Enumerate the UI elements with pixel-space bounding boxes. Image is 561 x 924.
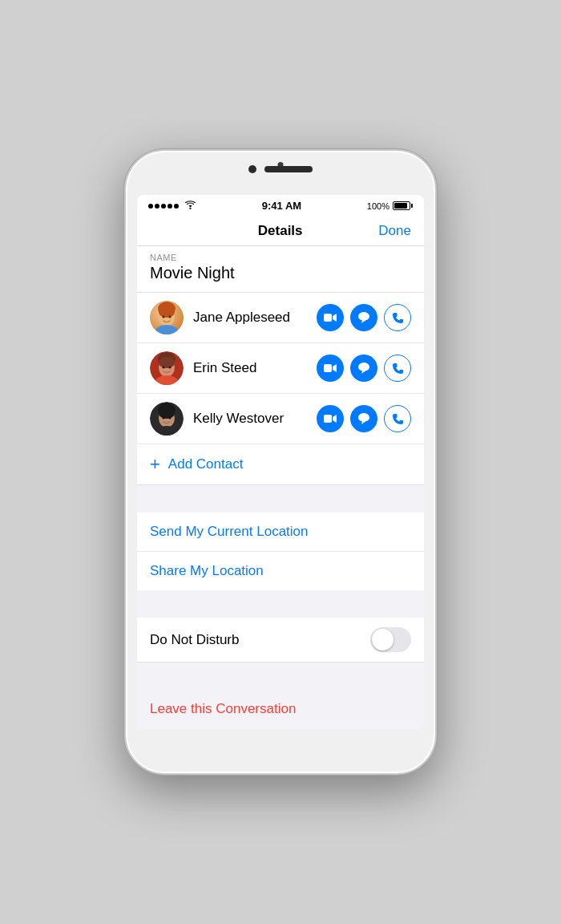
message-erin[interactable] [350,355,377,382]
name-section: NAME Movie Night [137,246,424,293]
svg-rect-24 [324,415,332,423]
leave-conversation-text: Leave this Conversation [150,701,296,716]
wifi-icon [184,201,196,212]
signal-dot-1 [148,204,153,209]
share-my-location-row[interactable]: Share My Location [137,552,424,590]
contact-name-jane: Jane Appleseed [193,310,317,326]
video-call-kelly[interactable] [317,405,344,432]
battery-icon [393,201,413,210]
svg-point-22 [163,417,165,419]
nav-title: Details [258,223,303,239]
video-call-jane[interactable] [317,304,344,331]
contact-actions-kelly [317,405,411,432]
contact-row-jane: Jane Appleseed [137,293,424,343]
signal-dot-5 [174,204,179,209]
add-contact-label: Add Contact [168,456,244,472]
add-contact-row[interactable]: + Add Contact [137,444,424,485]
toggle-knob [372,629,394,650]
name-label: NAME [150,253,411,262]
signal-dot-3 [161,204,166,209]
status-right: 100% [367,201,413,211]
volume-down-button[interactable] [124,315,126,347]
phone-erin[interactable] [384,355,411,382]
speaker [264,166,313,172]
power-button[interactable] [435,291,437,347]
location-section: Send My Current Location Share My Locati… [137,513,424,590]
phone-jane[interactable] [384,304,411,331]
done-button[interactable]: Done [378,223,411,239]
screen: 9:41 AM 100% Details Done NAME M [137,195,424,729]
status-left [148,201,196,212]
avatar-erin [150,351,184,385]
name-value: Movie Night [150,264,411,282]
svg-rect-8 [324,314,332,322]
dnd-toggle[interactable] [370,627,411,652]
share-my-location-text: Share My Location [150,563,264,578]
svg-point-6 [163,316,165,318]
send-current-location-row[interactable]: Send My Current Location [137,513,424,552]
section-spacer-1 [137,485,424,513]
contact-row-kelly: Kelly Westover [137,394,424,444]
dnd-label: Do Not Disturb [150,632,239,648]
leave-conversation-section[interactable]: Leave this Conversation [137,690,424,728]
signal-dot-4 [167,204,172,209]
contacts-section: Jane Appleseed [137,293,424,485]
video-call-erin[interactable] [317,355,344,382]
message-kelly[interactable] [350,405,377,432]
avatar-jane [150,301,184,334]
signal-dots [148,204,179,209]
camera [248,165,256,173]
message-jane[interactable] [350,304,377,331]
signal-dot-2 [155,204,159,209]
svg-point-23 [169,417,172,419]
status-time: 9:41 AM [262,200,301,212]
volume-up-button[interactable] [124,271,126,303]
dnd-section: Do Not Disturb [137,618,424,663]
contact-row-erin: Erin Steed [137,343,424,394]
phone-top-bar [248,165,313,173]
contact-name-kelly: Kelly Westover [193,411,317,427]
svg-point-7 [169,316,172,318]
phone-frame: 9:41 AM 100% Details Done NAME M [124,149,437,775]
main-content: NAME Movie Night [137,246,424,729]
contact-name-erin: Erin Steed [193,360,317,376]
send-current-location-text: Send My Current Location [150,524,309,539]
contact-actions-erin [317,355,411,382]
phone-kelly[interactable] [384,405,411,432]
avatar-kelly [150,402,184,436]
svg-point-12 [159,357,175,368]
contact-actions-jane [317,304,411,331]
section-spacer-2 [137,590,424,618]
nav-bar: Details Done [137,215,424,246]
svg-point-20 [159,407,175,419]
svg-point-14 [163,367,165,369]
svg-point-15 [169,367,172,369]
status-bar: 9:41 AM 100% [137,195,424,215]
section-spacer-3 [137,663,424,690]
add-contact-icon: + [150,456,160,473]
svg-point-4 [159,306,175,318]
svg-rect-16 [324,364,332,372]
battery-percent: 100% [367,201,389,211]
